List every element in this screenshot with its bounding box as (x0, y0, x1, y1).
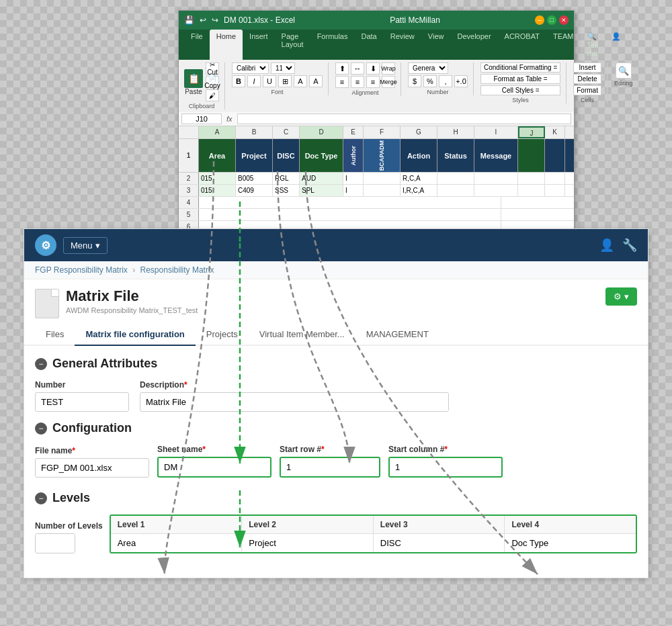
maximize-button[interactable]: □ (547, 15, 556, 25)
col-header-b[interactable]: B (236, 126, 273, 138)
minimize-button[interactable]: ─ (535, 15, 544, 25)
merge-button[interactable]: Merge (382, 76, 395, 88)
align-right-button[interactable]: ≡ (366, 76, 380, 88)
comma-button[interactable]: , (439, 75, 452, 87)
col-header-d[interactable]: D (300, 126, 343, 138)
header-status[interactable]: Status (437, 139, 474, 172)
page-settings-button[interactable]: ⚙ ▾ (605, 287, 637, 306)
tab-matrix-config[interactable]: Matrix file configuration (75, 324, 195, 346)
header-doctype[interactable]: Doc Type (300, 139, 343, 172)
cell-j3[interactable] (518, 185, 545, 196)
format-cells-button[interactable]: Format (573, 85, 601, 95)
col-header-k[interactable]: K (545, 126, 565, 138)
close-button[interactable]: ✕ (559, 15, 569, 25)
header-message[interactable]: Message (474, 139, 518, 172)
tell-me-box[interactable]: 🔍 Tell me (581, 30, 605, 60)
tab-home[interactable]: Home (210, 30, 243, 60)
header-bcapadm[interactable]: BCAPADM (364, 139, 401, 172)
sheet-name-input[interactable] (157, 457, 271, 478)
settings-icon-button[interactable]: 🔧 (622, 238, 637, 253)
cell-styles-button[interactable]: Cell Styles = (480, 85, 560, 95)
cell-f2[interactable] (364, 173, 401, 184)
col-header-j[interactable]: J (518, 126, 545, 138)
underline-button[interactable]: U (263, 75, 276, 87)
header-project[interactable]: Project (236, 139, 273, 172)
start-row-input[interactable] (280, 457, 380, 478)
cell-a2[interactable]: 015 (199, 173, 236, 184)
header-k[interactable] (545, 139, 565, 172)
cell-g2[interactable]: R,C,A (401, 173, 437, 184)
font-size-select[interactable]: 11 (271, 62, 295, 74)
formula-input[interactable] (237, 114, 571, 124)
level2-input[interactable] (242, 534, 374, 552)
breadcrumb-responsibility[interactable]: Responsibility Matrix (140, 265, 214, 275)
tab-insert[interactable]: Insert (243, 30, 275, 60)
cell-row4[interactable] (199, 197, 501, 208)
level1-input[interactable] (111, 534, 243, 552)
conditional-formatting-button[interactable]: Conditional Formatting = (480, 62, 560, 73)
header-action[interactable]: Action (401, 139, 437, 172)
align-top-button[interactable]: ⬆ (335, 62, 349, 75)
copy-button[interactable]: 📄 Copy (206, 76, 219, 88)
tab-virtual-item[interactable]: Virtual Item Member... (249, 324, 355, 346)
general-attributes-toggle[interactable]: − (35, 358, 47, 370)
align-center-button[interactable]: ≡ (351, 76, 364, 88)
number-format-select[interactable]: General (408, 62, 448, 74)
num-levels-input[interactable] (36, 534, 75, 553)
border-button[interactable]: ⊞ (278, 75, 292, 87)
level3-input[interactable] (374, 534, 505, 552)
cell-k3[interactable] (545, 185, 565, 196)
col-header-a[interactable]: A (199, 126, 236, 138)
currency-button[interactable]: $ (408, 75, 421, 87)
cell-c3[interactable]: SSS (273, 185, 300, 196)
align-bottom-button[interactable]: ⬇ (366, 62, 380, 75)
cell-j2[interactable] (518, 173, 545, 184)
cell-h3[interactable] (437, 185, 474, 196)
description-input[interactable] (140, 392, 449, 412)
tab-review[interactable]: Review (384, 30, 421, 60)
header-j[interactable] (518, 139, 545, 172)
col-header-g[interactable]: G (401, 126, 437, 138)
bold-button[interactable]: B (232, 75, 245, 87)
col-header-i[interactable]: I (474, 126, 518, 138)
format-painter-button[interactable]: 🖌 (206, 89, 219, 101)
cell-g3[interactable]: I,R,C,A (401, 185, 437, 196)
tab-team[interactable]: TEAM (546, 30, 581, 60)
cell-a3[interactable]: 015 (199, 185, 236, 196)
paste-button[interactable]: 📋 Paste (184, 69, 203, 95)
delete-cells-button[interactable]: Delete (573, 74, 601, 84)
fx-button[interactable]: fx (224, 115, 235, 123)
user-icon-button[interactable]: 👤 (599, 238, 614, 253)
cut-button[interactable]: ✂ Cut (206, 62, 219, 75)
cell-b2[interactable]: B005 (236, 173, 273, 184)
tab-management[interactable]: MANAGEMENT (355, 324, 439, 346)
excel-redo-icon[interactable]: ↪ (212, 15, 218, 25)
start-col-input[interactable] (388, 457, 503, 478)
level4-input[interactable] (505, 534, 636, 552)
header-author[interactable]: Author (343, 139, 364, 172)
header-disc[interactable]: DISC (273, 139, 300, 172)
col-header-f[interactable]: F (364, 126, 401, 138)
header-area[interactable]: Area (199, 139, 236, 172)
user-account[interactable]: 👤 (605, 30, 628, 60)
tab-files[interactable]: Files (35, 324, 75, 346)
cell-d2[interactable]: AUD (300, 173, 343, 184)
insert-cells-button[interactable]: Insert (573, 62, 601, 73)
cell-c2[interactable]: RGL (273, 173, 300, 184)
wrap-text-button[interactable]: Wrap (382, 62, 395, 75)
tab-developer[interactable]: Developer (450, 30, 497, 60)
cell-i2[interactable] (474, 173, 518, 184)
cell-h2[interactable] (437, 173, 474, 184)
find-replace-button[interactable]: 🔍 (616, 62, 632, 79)
tab-projects[interactable]: Projects (196, 324, 249, 346)
tab-file[interactable]: File (184, 30, 210, 60)
cell-f3[interactable] (364, 185, 401, 196)
name-box-input[interactable] (181, 114, 222, 124)
excel-undo-icon[interactable]: ↩ (200, 15, 206, 25)
tab-page-layout[interactable]: Page Layout (275, 30, 310, 60)
tab-view[interactable]: View (421, 30, 451, 60)
format-as-table-button[interactable]: Format as Table = (480, 74, 560, 84)
fill-color-button[interactable]: A (294, 75, 307, 87)
menu-button[interactable]: Menu ▾ (63, 237, 108, 254)
cell-e3[interactable]: I (343, 185, 364, 196)
